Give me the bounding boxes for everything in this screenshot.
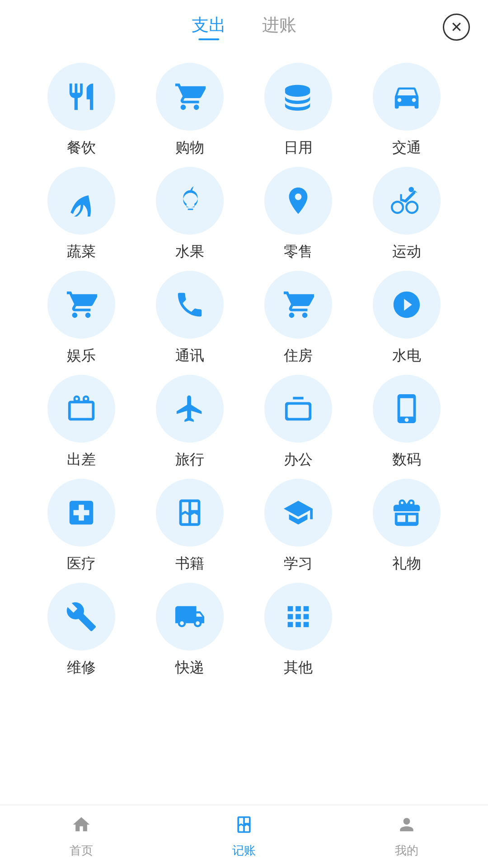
office-icon — [282, 393, 314, 425]
housing-icon — [282, 289, 314, 321]
repair-label: 维修 — [67, 658, 96, 678]
housing-label: 住房 — [284, 346, 313, 366]
category-education[interactable]: 学习 — [244, 479, 352, 574]
category-other[interactable]: 其他 — [244, 583, 352, 678]
close-button[interactable]: ✕ — [443, 14, 470, 41]
transport-icon-circle — [373, 63, 441, 131]
fruit-label: 水果 — [175, 242, 204, 262]
daily-label: 日用 — [284, 138, 313, 158]
tab-expense[interactable]: 支出 — [192, 14, 226, 40]
daily-icon-circle — [264, 63, 332, 131]
bottom-nav: 首页 记账 我的 — [0, 805, 488, 868]
shopping-label: 购物 — [175, 138, 204, 158]
travel-icon-circle — [156, 375, 224, 443]
category-entertainment[interactable]: 娱乐 — [27, 271, 136, 366]
category-utilities[interactable]: 水电 — [352, 271, 461, 366]
category-express[interactable]: 快递 — [136, 583, 244, 678]
category-transport[interactable]: 交通 — [352, 63, 461, 158]
utilities-label: 水电 — [392, 346, 421, 366]
sport-icon-circle — [373, 167, 441, 235]
medical-label: 医疗 — [67, 554, 96, 574]
other-label: 其他 — [284, 658, 313, 678]
telecom-icon — [174, 289, 206, 321]
gift-label: 礼物 — [392, 554, 421, 574]
housing-icon-circle — [264, 271, 332, 339]
vegetable-icon-circle — [47, 167, 115, 235]
transport-icon — [391, 81, 422, 113]
category-vegetable[interactable]: 蔬菜 — [27, 167, 136, 262]
category-retail[interactable]: 零售 — [244, 167, 352, 262]
medical-icon — [66, 497, 97, 528]
category-food[interactable]: 餐饮 — [27, 63, 136, 158]
shopping-icon — [174, 81, 206, 113]
utilities-icon-circle — [373, 271, 441, 339]
transport-label: 交通 — [392, 138, 421, 158]
category-sport[interactable]: 运动 — [352, 167, 461, 262]
category-grid: 餐饮 购物 日用 交通 蔬菜 水果 — [0, 45, 488, 805]
food-icon — [66, 81, 97, 113]
mine-icon — [397, 815, 417, 839]
digital-icon-circle — [373, 375, 441, 443]
food-icon-circle — [47, 63, 115, 131]
telecom-icon-circle — [156, 271, 224, 339]
category-daily[interactable]: 日用 — [244, 63, 352, 158]
entertainment-label: 娱乐 — [67, 346, 96, 366]
account-icon — [234, 815, 254, 839]
express-icon-circle — [156, 583, 224, 651]
category-business[interactable]: 出差 — [27, 375, 136, 470]
home-icon — [71, 815, 91, 839]
daily-icon — [282, 81, 314, 113]
books-icon-circle — [156, 479, 224, 547]
sport-label: 运动 — [392, 242, 421, 262]
business-label: 出差 — [67, 450, 96, 470]
tab-income[interactable]: 进账 — [262, 14, 296, 40]
telecom-label: 通讯 — [175, 346, 204, 366]
nav-home-label: 首页 — [70, 843, 93, 859]
education-icon-circle — [264, 479, 332, 547]
category-office[interactable]: 办公 — [244, 375, 352, 470]
entertainment-icon-circle — [47, 271, 115, 339]
repair-icon — [66, 601, 97, 632]
sport-icon — [391, 185, 422, 217]
food-label: 餐饮 — [67, 138, 96, 158]
category-telecom[interactable]: 通讯 — [136, 271, 244, 366]
office-label: 办公 — [284, 450, 313, 470]
retail-label: 零售 — [284, 242, 313, 262]
repair-icon-circle — [47, 583, 115, 651]
category-gift[interactable]: 礼物 — [352, 479, 461, 574]
category-medical[interactable]: 医疗 — [27, 479, 136, 574]
category-books[interactable]: 书籍 — [136, 479, 244, 574]
travel-icon — [174, 393, 206, 425]
retail-icon-circle — [264, 167, 332, 235]
express-label: 快递 — [175, 658, 204, 678]
category-housing[interactable]: 住房 — [244, 271, 352, 366]
shopping-icon-circle — [156, 63, 224, 131]
retail-icon — [282, 185, 314, 217]
other-icon-circle — [264, 583, 332, 651]
office-icon-circle — [264, 375, 332, 443]
digital-label: 数码 — [392, 450, 421, 470]
nav-mine-label: 我的 — [395, 843, 418, 859]
category-repair[interactable]: 维修 — [27, 583, 136, 678]
category-digital[interactable]: 数码 — [352, 375, 461, 470]
education-icon — [282, 497, 314, 528]
education-label: 学习 — [284, 554, 313, 574]
category-travel[interactable]: 旅行 — [136, 375, 244, 470]
books-label: 书籍 — [175, 554, 204, 574]
vegetable-label: 蔬菜 — [67, 242, 96, 262]
gift-icon — [391, 497, 422, 528]
nav-account[interactable]: 记账 — [163, 815, 325, 859]
vegetable-icon — [66, 185, 97, 217]
nav-mine[interactable]: 我的 — [325, 815, 488, 859]
entertainment-icon — [66, 289, 97, 321]
category-fruit[interactable]: 水果 — [136, 167, 244, 262]
fruit-icon — [174, 185, 206, 217]
express-icon — [174, 601, 206, 632]
business-icon — [66, 393, 97, 425]
other-icon — [282, 601, 314, 632]
nav-account-label: 记账 — [232, 843, 256, 859]
tab-container: 支出 进账 — [192, 14, 296, 40]
category-shopping[interactable]: 购物 — [136, 63, 244, 158]
digital-icon — [391, 393, 422, 425]
nav-home[interactable]: 首页 — [0, 815, 163, 859]
